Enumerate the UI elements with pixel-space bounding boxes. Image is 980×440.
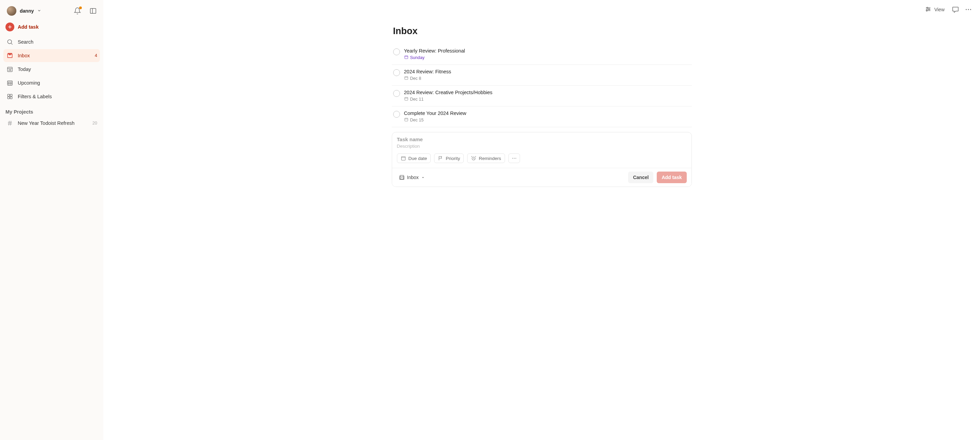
task-title: Yearly Review: Professional xyxy=(404,48,690,54)
user-menu[interactable]: danny xyxy=(5,5,43,17)
task-body: 2024 Review: Creative Projects/HobbiesDe… xyxy=(404,90,690,102)
project-item[interactable]: New Year Todoist Refresh 20 xyxy=(3,116,100,130)
chip-label: Due date xyxy=(409,156,427,161)
chip-label: Reminders xyxy=(479,156,501,161)
svg-line-45 xyxy=(475,156,476,157)
notifications-button[interactable] xyxy=(73,6,82,16)
sidebar-header: danny xyxy=(3,3,100,21)
task-row[interactable]: 2024 Review: Creative Projects/HobbiesDe… xyxy=(392,86,692,107)
calendar-today-icon: 29 xyxy=(6,65,14,73)
svg-rect-14 xyxy=(8,94,10,96)
inbox-icon xyxy=(6,52,14,59)
svg-text:29: 29 xyxy=(8,69,11,72)
projects-header[interactable]: My Projects xyxy=(3,104,100,116)
editor-body: Due date Priority Reminders xyxy=(392,132,692,168)
sidebar-toggle-button[interactable] xyxy=(88,6,98,16)
notification-dot-icon xyxy=(79,6,82,9)
svg-point-47 xyxy=(514,158,515,159)
nav-label: Filters & Labels xyxy=(18,94,52,99)
task-row[interactable]: Yearly Review: ProfessionalSunday xyxy=(392,44,692,65)
more-button[interactable] xyxy=(964,5,973,14)
calendar-icon xyxy=(404,97,409,102)
svg-rect-16 xyxy=(8,97,10,99)
calendar-upcoming-icon xyxy=(6,79,14,87)
task-body: 2024 Review: FitnessDec 8 xyxy=(404,69,690,81)
task-name-input[interactable] xyxy=(397,136,687,142)
reminders-chip[interactable]: Reminders xyxy=(467,153,505,163)
task-title: 2024 Review: Creative Projects/Hobbies xyxy=(404,90,690,95)
svg-rect-9 xyxy=(8,81,12,85)
description-input[interactable] xyxy=(397,143,687,149)
task-checkbox[interactable] xyxy=(393,111,400,118)
add-task-button[interactable]: Add task xyxy=(3,21,100,33)
svg-point-23 xyxy=(927,7,928,8)
more-options-chip[interactable] xyxy=(508,153,520,163)
task-row[interactable]: Complete Your 2024 ReviewDec 15 xyxy=(392,107,692,127)
add-task-submit-button[interactable]: Add task xyxy=(657,172,686,183)
sidebar: danny Add task Search I xyxy=(0,0,103,440)
priority-chip[interactable]: Priority xyxy=(434,153,464,163)
view-button[interactable]: View xyxy=(922,4,947,16)
nav-filters[interactable]: Filters & Labels xyxy=(3,90,100,103)
nav-search[interactable]: Search xyxy=(3,35,100,48)
task-checkbox[interactable] xyxy=(393,48,400,55)
nav-today[interactable]: 29 Today xyxy=(3,63,100,76)
svg-point-4 xyxy=(8,40,11,44)
avatar xyxy=(7,6,16,16)
nav-label: Search xyxy=(18,39,33,45)
nav-count: 4 xyxy=(95,53,97,58)
svg-rect-15 xyxy=(10,94,12,96)
calendar-icon xyxy=(404,55,409,61)
project-label: New Year Todoist Refresh xyxy=(18,120,75,126)
svg-rect-31 xyxy=(404,56,407,59)
nav-label: Today xyxy=(18,67,31,72)
task-title: 2024 Review: Fitness xyxy=(404,69,690,74)
chip-label: Priority xyxy=(445,156,460,161)
task-list: Yearly Review: ProfessionalSunday2024 Re… xyxy=(392,44,692,127)
content: Inbox Yearly Review: ProfessionalSunday2… xyxy=(392,19,692,201)
nav-label: Inbox xyxy=(18,53,30,58)
task-checkbox[interactable] xyxy=(393,69,400,76)
task-checkbox[interactable] xyxy=(393,90,400,97)
calendar-icon xyxy=(404,117,409,123)
svg-line-21 xyxy=(11,121,11,125)
comments-button[interactable] xyxy=(951,5,960,14)
svg-rect-33 xyxy=(404,77,407,80)
task-editor: Due date Priority Reminders xyxy=(392,132,692,187)
nav-inbox[interactable]: Inbox 4 xyxy=(3,49,100,62)
svg-rect-17 xyxy=(10,97,12,99)
project-selector[interactable]: Inbox xyxy=(397,173,427,182)
svg-point-29 xyxy=(968,9,969,10)
task-date: Dec 15 xyxy=(404,117,690,123)
view-label: View xyxy=(934,7,945,12)
task-body: Complete Your 2024 ReviewDec 15 xyxy=(404,110,690,123)
editor-actions: Cancel Add task xyxy=(628,172,686,183)
task-row[interactable]: 2024 Review: FitnessDec 8 xyxy=(392,65,692,86)
task-date-text: Dec 15 xyxy=(410,118,424,123)
chevron-down-icon xyxy=(37,8,41,14)
username: danny xyxy=(20,8,34,14)
nav-label: Upcoming xyxy=(18,80,40,86)
project-count: 20 xyxy=(92,121,97,126)
svg-rect-39 xyxy=(401,156,405,160)
svg-point-28 xyxy=(966,9,967,10)
svg-rect-37 xyxy=(404,118,407,121)
svg-line-5 xyxy=(11,43,13,45)
search-icon xyxy=(6,38,14,46)
svg-line-20 xyxy=(9,121,10,125)
svg-line-43 xyxy=(474,159,474,159)
task-date-text: Dec 8 xyxy=(410,76,422,81)
cancel-button[interactable]: Cancel xyxy=(628,172,653,183)
caret-down-icon xyxy=(421,176,425,179)
task-date: Dec 11 xyxy=(404,97,690,102)
due-date-chip[interactable]: Due date xyxy=(397,153,431,163)
task-date-text: Dec 11 xyxy=(410,97,424,102)
svg-point-25 xyxy=(929,8,929,10)
svg-rect-35 xyxy=(404,97,407,100)
editor-footer: Inbox Cancel Add task xyxy=(392,168,692,187)
topbar: View xyxy=(103,0,980,19)
svg-point-48 xyxy=(515,158,516,159)
page-title: Inbox xyxy=(392,26,692,44)
nav-upcoming[interactable]: Upcoming xyxy=(3,77,100,89)
svg-point-30 xyxy=(970,9,971,10)
